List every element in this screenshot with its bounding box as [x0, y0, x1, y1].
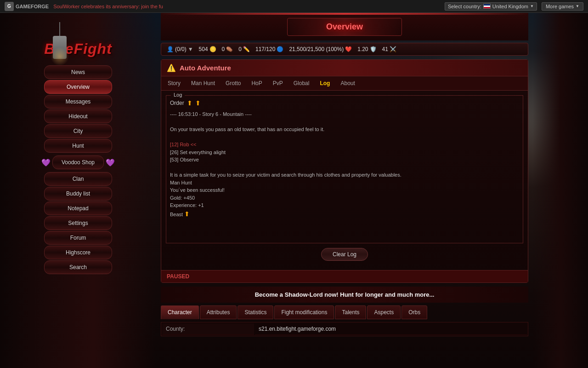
tab-hop[interactable]: HoP — [249, 79, 264, 87]
sidebar-item-label: Voodoo Shop — [62, 159, 95, 166]
adventure-panel: ⚠️ Auto Adventure Story Man Hunt Grotto … — [161, 59, 528, 283]
flag-icon — [483, 4, 491, 9]
stats-bar: 👤 (0/0) ▼ 504 🪙 0 ⚰️ 0 ✏️ 117/120 🔵 21, — [161, 43, 528, 56]
gameforge-label: GAMEFORGE — [16, 4, 49, 9]
news-ticker[interactable]: SoulWorker celebrates its anniversary: j… — [53, 4, 244, 9]
promo-text: Become a Shadow-Lord now! Hunt for longe… — [255, 291, 435, 298]
gold-icon: 🪙 — [209, 46, 216, 52]
adventure-header: ⚠️ Auto Adventure — [161, 60, 528, 76]
promo-bar[interactable]: Become a Shadow-Lord now! Hunt for longe… — [161, 287, 528, 303]
log-action-2: [26] Set everything alight — [170, 150, 226, 155]
profile-value: (0/0) — [175, 46, 187, 52]
log-action-3: [53] Observe — [170, 157, 199, 162]
table-row: County: s21.en.bitefight.gameforge.com — [162, 323, 527, 335]
tab-grotto[interactable]: Grotto — [224, 79, 243, 87]
sidebar-item-label: Messages — [66, 98, 91, 105]
log-result-desc: It is a simple task for you to seize you… — [170, 172, 401, 178]
log-action-1: [12] Rob << — [170, 142, 197, 147]
sidebar-item-overview[interactable]: Overview — [44, 80, 112, 94]
log-description: On your travels you pass an old tower, t… — [170, 126, 324, 132]
paused-bar: PAUSED — [161, 270, 528, 282]
tab-talents[interactable]: Talents — [335, 305, 366, 319]
sidebar-item-voodoo-shop[interactable]: Voodoo Shop — [52, 155, 104, 169]
profile-stat[interactable]: 👤 (0/0) ▼ — [167, 46, 193, 52]
sidebar-item-city[interactable]: City — [44, 124, 112, 138]
sidebar-item-buddy-list[interactable]: Buddy list — [44, 187, 112, 201]
sidebar-item-forum[interactable]: Forum — [44, 231, 112, 245]
log-type: Man Hunt — [170, 180, 192, 185]
sidebar-item-label: Search — [69, 264, 87, 270]
top-ornament: Overview — [161, 13, 528, 40]
tab-fight-modifications[interactable]: Fight modifications — [274, 305, 334, 319]
sidebar-item-label: Buddy list — [66, 190, 90, 197]
tab-aspects[interactable]: Aspects — [367, 305, 401, 319]
tab-orbs[interactable]: Orbs — [401, 305, 427, 319]
lamp-decoration — [46, 22, 74, 59]
content-area: Overview 👤 (0/0) ▼ 504 🪙 0 ⚰️ 0 ✏️ 117/ — [156, 13, 533, 368]
county-label: County: — [162, 323, 254, 335]
gold-stat: 504 🪙 — [199, 46, 216, 52]
sidebar-item-label: News — [71, 69, 85, 75]
tab-man-hunt[interactable]: Man Hunt — [189, 79, 217, 87]
adventure-tab-bar: Story Man Hunt Grotto HoP PvP Global Log… — [161, 76, 528, 91]
log-gold: Gold: +450 — [170, 195, 195, 201]
voodoo-left-icon: 💜 — [41, 158, 51, 167]
tab-character[interactable]: Character — [161, 305, 199, 319]
tab-log[interactable]: Log — [318, 79, 332, 87]
sidebar-item-clan[interactable]: Clan — [44, 172, 112, 186]
log-label: Log — [171, 92, 185, 98]
tab-global[interactable]: Global — [292, 79, 311, 87]
page-title: Overview — [287, 18, 402, 36]
order-arrow-2[interactable]: ⬆ — [195, 99, 201, 107]
country-selector[interactable]: Select country: United Kingdom ▼ — [445, 2, 537, 11]
voodoo-right-icon: 💜 — [106, 158, 115, 167]
speed-stat: 1.20 🛡️ — [357, 46, 376, 52]
county-value: s21.en.bitefight.gameforge.com — [255, 323, 527, 335]
tab-statistics[interactable]: Statistics — [237, 305, 273, 319]
log-scroll[interactable]: ---- 16:53:10 - Story 6 - Mountain ---- … — [170, 110, 519, 239]
log-container: Log Order ⬆ ⬆ ---- 16:53:10 - Story 6 - … — [161, 91, 528, 270]
more-games-arrow: ▼ — [576, 4, 579, 8]
hp-icon: 🔵 — [277, 46, 283, 52]
sidebar-item-search[interactable]: Search — [44, 260, 112, 274]
tab-about[interactable]: About — [339, 79, 356, 87]
mana-stat: 21,500/21,500 (100%) ❤️ — [289, 46, 352, 52]
ornament-line — [161, 13, 528, 15]
profile-icon: 👤 — [167, 46, 174, 52]
coffin-value: 0 — [222, 46, 225, 52]
coffin-icon: ⚰️ — [226, 46, 233, 52]
profile-dropdown[interactable]: ▼ — [188, 46, 193, 52]
character-info-table: County: s21.en.bitefight.gameforge.com — [161, 322, 528, 336]
tab-attributes[interactable]: Attributes — [200, 305, 237, 319]
country-dropdown-arrow[interactable]: ▼ — [530, 4, 534, 8]
sidebar-item-news[interactable]: News — [44, 65, 112, 79]
clear-log-button[interactable]: Clear Log — [321, 248, 368, 261]
sidebar-item-hunt[interactable]: Hunt — [44, 139, 112, 153]
country-name: United Kingdom — [492, 4, 528, 9]
log-timestamp: ---- 16:53:10 - Story 6 - Mountain ---- — [170, 111, 252, 117]
gold-value: 504 — [199, 46, 208, 52]
topbar: G GAMEFORGE SoulWorker celebrates its an… — [0, 0, 588, 13]
sidebar-item-settings[interactable]: Settings — [44, 216, 112, 230]
strength-value: 41 — [382, 46, 388, 52]
log-exp: Experience: +1 — [170, 202, 204, 208]
mana-value: 21,500/21,500 (100%) — [289, 46, 344, 52]
sidebar: BiteFight News Overview Messages Hideout… — [0, 13, 156, 368]
order-arrow-1[interactable]: ⬆ — [187, 99, 192, 107]
speed-icon: 🛡️ — [370, 46, 377, 52]
sidebar-item-messages[interactable]: Messages — [44, 95, 112, 109]
sidebar-item-highscore[interactable]: Highscore — [44, 246, 112, 259]
mana-icon: ❤️ — [345, 46, 352, 52]
sidebar-item-label: Highscore — [66, 249, 90, 256]
sidebar-item-hideout[interactable]: Hideout — [44, 109, 112, 123]
log-success: You´ve been successful! — [170, 187, 225, 193]
sidebar-item-label: Settings — [68, 220, 88, 226]
tab-story[interactable]: Story — [166, 79, 182, 87]
tab-pvp[interactable]: PvP — [271, 79, 285, 87]
more-games-button[interactable]: More games ▼ — [542, 2, 583, 11]
warning-icon: ⚠️ — [167, 63, 176, 72]
sidebar-item-notepad[interactable]: Notepad — [44, 201, 112, 215]
order-label: Order — [170, 100, 184, 106]
sidebar-item-label: Hideout — [68, 113, 87, 120]
sidebar-item-label: Clan — [73, 176, 84, 182]
